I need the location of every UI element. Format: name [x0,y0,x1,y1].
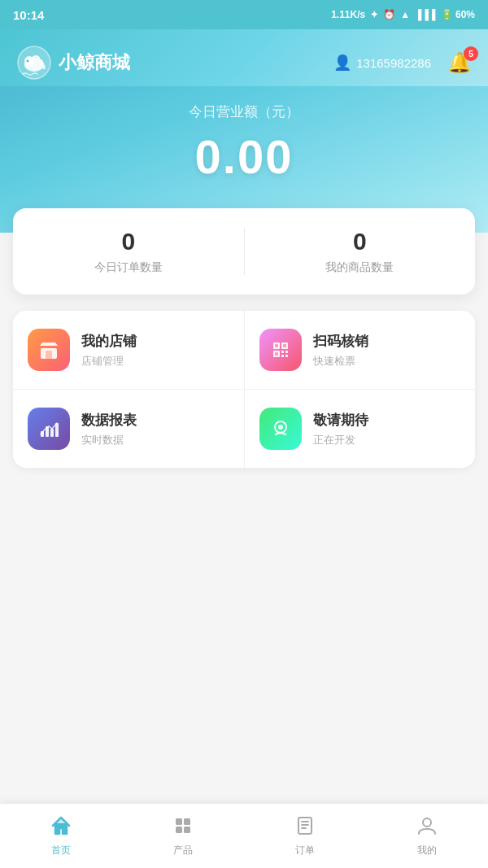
nav-orders[interactable]: 订单 [244,808,366,864]
revenue-amount: 0.00 [16,129,472,184]
report-text: 数据报表 实时数据 [81,411,137,447]
status-bar: 10:14 1.11K/s ✦ ⏰ ▲ ▐▐▐ 🔋 60% [0,0,488,29]
menu-row-1: 我的店铺 店铺管理 扫码核销 [13,311,475,390]
menu-item-scan[interactable]: 扫码核销 快速检票 [245,311,476,389]
menu-item-report[interactable]: 数据报表 实时数据 [13,390,245,468]
svg-rect-10 [283,344,286,347]
mine-icon [416,814,438,840]
signal-icon: ▐▐▐ [415,9,436,20]
notification-badge: 5 [464,46,478,61]
svg-rect-15 [285,355,288,357]
menu-row-2: 数据报表 实时数据 敬请期待 正在开发 [13,390,475,468]
nav-products-label: 产品 [173,844,193,857]
svg-rect-5 [46,351,52,359]
svg-rect-26 [298,818,312,834]
nav-home-label: 首页 [51,844,71,857]
nav-products[interactable]: 产品 [122,808,244,864]
scan-icon [259,329,302,371]
report-icon [28,408,70,450]
scan-title: 扫码核销 [313,332,368,351]
status-center: 1.11K/s ✦ ⏰ ▲ ▐▐▐ 🔋 60% [331,9,475,20]
wifi-icon: ▲ [400,9,410,20]
svg-rect-25 [184,827,190,833]
products-icon [172,814,194,840]
shop-subtitle: 店铺管理 [81,354,137,369]
home-icon [50,814,72,840]
nav-mine[interactable]: 我的 [366,808,488,864]
svg-point-3 [27,60,29,63]
shop-text: 我的店铺 店铺管理 [81,332,137,369]
status-time: 10:14 [13,8,44,22]
svg-rect-22 [176,818,182,825]
orders-label: 今日订单数量 [13,260,244,275]
svg-rect-23 [184,818,190,825]
stat-products: 0 我的商品数量 [245,228,476,275]
svg-point-30 [423,818,431,827]
svg-rect-14 [281,355,284,357]
report-title: 数据报表 [81,411,137,430]
bottom-nav: 首页 产品 订单 [0,803,488,868]
app-name: 小鲸商城 [59,50,130,75]
svg-point-21 [278,425,283,430]
nav-mine-label: 我的 [417,844,437,857]
scan-text: 扫码核销 快速检票 [313,332,368,369]
products-value: 0 [245,228,476,255]
stats-card: 0 今日订单数量 0 我的商品数量 [13,208,475,294]
nav-home[interactable]: 首页 [0,808,122,864]
user-icon: 👤 [333,54,351,72]
products-label: 我的商品数量 [245,260,476,275]
coming-subtitle: 正在开发 [313,433,368,447]
scan-subtitle: 快速检票 [313,354,368,369]
header-right: 👤 13165982286 🔔 5 [333,51,472,74]
menu-item-coming[interactable]: 敬请期待 正在开发 [245,390,476,468]
orders-icon [294,814,316,840]
svg-rect-13 [285,351,288,353]
logo-area: 小鲸商城 [16,45,130,81]
network-speed: 1.11K/s [331,9,365,20]
bell-area[interactable]: 🔔 5 [447,51,472,74]
revenue-label: 今日营业额（元） [16,103,472,121]
battery-icon: 🔋 60% [441,9,475,20]
user-phone: 13165982286 [356,56,431,70]
coming-icon [259,408,302,450]
svg-rect-12 [281,351,284,353]
shop-title: 我的店铺 [81,332,137,351]
user-info[interactable]: 👤 13165982286 [333,54,431,72]
coming-title: 敬请期待 [313,411,368,430]
report-subtitle: 实时数据 [81,433,137,447]
svg-rect-18 [50,429,54,437]
orders-value: 0 [13,228,244,255]
menu-item-shop[interactable]: 我的店铺 店铺管理 [13,311,245,389]
svg-rect-11 [275,352,278,355]
stat-orders: 0 今日订单数量 [13,228,245,275]
logo-whale-icon [16,45,52,81]
svg-rect-24 [176,827,182,833]
alarm-icon: ⏰ [383,9,395,20]
app-header: 小鲸商城 👤 13165982286 🔔 5 [0,29,488,86]
menu-grid: 我的店铺 店铺管理 扫码核销 [13,311,475,468]
bluetooth-icon: ✦ [370,9,378,20]
nav-orders-label: 订单 [295,844,315,857]
svg-rect-9 [275,344,278,347]
shop-icon [28,329,70,371]
coming-text: 敬请期待 正在开发 [313,411,368,447]
